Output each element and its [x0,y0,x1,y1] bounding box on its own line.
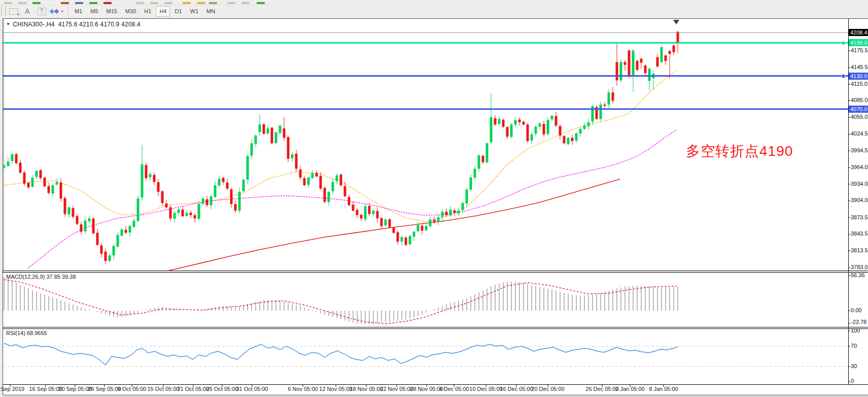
chart-svg[interactable] [0,0,868,397]
hline-4070.0[interactable] [3,108,848,110]
